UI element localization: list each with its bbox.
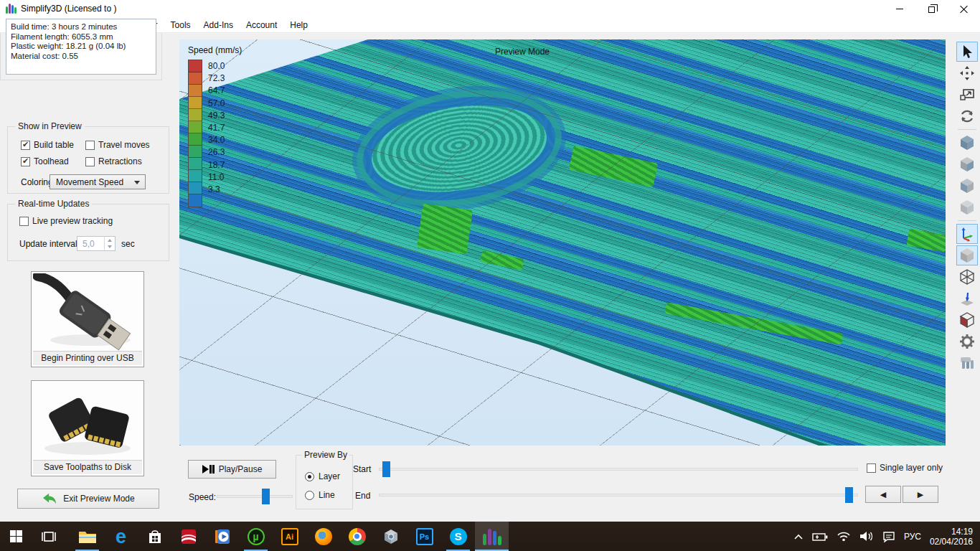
chrome-icon	[349, 528, 366, 545]
travel-moves-checkbox[interactable]	[85, 141, 95, 150]
view-cube-4-button[interactable]	[956, 197, 978, 217]
build-table-checkbox[interactable]	[21, 141, 30, 150]
taskbar-skype[interactable]: S	[441, 522, 475, 551]
checkbox-live-preview[interactable]: Live preview tracking	[19, 216, 113, 226]
taskbar-media-player[interactable]	[205, 522, 239, 551]
start-button[interactable]	[0, 522, 32, 551]
surface-normal-button[interactable]	[956, 288, 978, 309]
taskbar-firefox[interactable]	[306, 522, 340, 551]
speed-slider-handle[interactable]	[262, 489, 270, 504]
tray-chevron-up-icon[interactable]	[793, 533, 804, 540]
coloring-dropdown[interactable]: Movement Speed	[50, 174, 146, 189]
task-view-button[interactable]	[32, 522, 65, 551]
single-layer-checkbox[interactable]	[867, 463, 876, 473]
cross-section-button[interactable]	[956, 310, 978, 330]
wireframe-render-button[interactable]	[956, 267, 978, 287]
wifi-icon[interactable]	[837, 531, 851, 542]
taskbar-utorrent[interactable]: µ	[239, 522, 273, 551]
skype-icon: S	[450, 528, 467, 545]
restore-button[interactable]	[915, 0, 948, 17]
next-layer-button[interactable]: ▶	[903, 486, 938, 503]
taskbar-foxit-reader[interactable]	[171, 522, 205, 551]
stat-build-time: Build time: 3 hours 2 minutes	[11, 22, 151, 32]
preview-mode-label: Preview Mode	[495, 47, 550, 57]
battery-icon[interactable]	[812, 532, 828, 542]
layer-radio[interactable]	[305, 472, 314, 481]
taskbar-edge[interactable]: e	[104, 522, 138, 551]
solid-render-button[interactable]	[956, 245, 978, 265]
machine-settings-button[interactable]	[956, 331, 978, 352]
speed-colorbar	[188, 60, 202, 207]
end-slider-track[interactable]	[379, 494, 858, 496]
minimize-button[interactable]	[883, 0, 915, 17]
update-interval-label: Update interval	[19, 239, 77, 249]
taskbar-file-explorer[interactable]	[70, 522, 104, 551]
end-slider-handle[interactable]	[845, 487, 853, 503]
checkbox-retractions[interactable]: Retractions	[85, 156, 142, 166]
spinner-down-icon[interactable]	[105, 244, 115, 251]
taskbar-chrome[interactable]	[340, 522, 374, 551]
spinner-up-icon[interactable]	[105, 237, 115, 244]
green-toolpath-patch	[906, 228, 946, 252]
retractions-checkbox[interactable]	[85, 157, 95, 166]
speed-slider[interactable]	[217, 489, 293, 504]
exit-preview-mode-label: Exit Preview Mode	[63, 494, 134, 504]
view-cube-3-button[interactable]	[956, 176, 978, 196]
menu-help[interactable]: Help	[283, 20, 314, 30]
checkbox-toolhead[interactable]: Toolhead	[21, 156, 69, 166]
support-structures-button[interactable]	[956, 353, 978, 373]
taskbar-photoshop[interactable]: Ps	[407, 522, 441, 551]
coloring-label: Coloring	[21, 177, 53, 187]
sd-cards-image	[33, 382, 142, 461]
start-slider-handle[interactable]	[382, 461, 390, 477]
view-cube-2-button[interactable]	[956, 154, 978, 174]
language-indicator[interactable]: РУС	[904, 532, 921, 542]
exit-preview-mode-button[interactable]: Exit Preview Mode	[17, 489, 159, 509]
menu-tools[interactable]: Tools	[164, 20, 197, 30]
taskbar-clock[interactable]: 14:19 02/04/2016	[930, 527, 973, 547]
rotate-icon	[959, 108, 975, 124]
start-slider-track[interactable]	[379, 468, 858, 471]
save-toolpaths-button[interactable]: Save Toolpaths to Disk	[31, 380, 144, 476]
coordinate-axes-button[interactable]	[956, 224, 978, 244]
toolhead-checkbox[interactable]	[21, 157, 30, 166]
rotate-tool-button[interactable]	[956, 106, 978, 126]
axes-icon	[959, 226, 975, 242]
store-icon	[146, 528, 164, 545]
taskbar-illustrator[interactable]: Ai	[273, 522, 306, 551]
line-radio[interactable]	[305, 491, 314, 500]
save-toolpaths-label: Save Toolpaths to Disk	[33, 460, 142, 474]
start-layer-slider[interactable]	[379, 461, 858, 477]
taskbar-simplify3d[interactable]	[475, 522, 509, 551]
taskbar-model-viewer[interactable]	[374, 522, 407, 551]
coloring-value: Movement Speed	[56, 177, 123, 187]
update-interval-spinner[interactable]: 5,0	[77, 236, 116, 251]
update-interval-unit: sec	[121, 239, 135, 249]
volume-icon[interactable]	[859, 531, 874, 542]
single-layer-row[interactable]: Single layer only	[867, 463, 943, 473]
end-layer-slider[interactable]	[379, 487, 858, 503]
begin-printing-usb-button[interactable]: Begin Printing over USB	[31, 271, 144, 367]
view-cube-1-button[interactable]	[956, 133, 978, 153]
previous-layer-button[interactable]: ◀	[865, 486, 901, 503]
checkbox-build-table[interactable]: Build table	[21, 140, 74, 150]
previous-arrow-icon: ◀	[880, 490, 886, 499]
speed-legend: Speed (mm/s) 80.072.3 64.757.0 49.341.7 …	[188, 45, 242, 58]
windows-logo-icon	[10, 530, 22, 542]
view-toolbar	[954, 41, 980, 374]
translate-tool-button[interactable]	[956, 63, 978, 83]
preview-3d-viewport[interactable]: Preview Mode Speed (mm/s) 80.072.3 64.75…	[179, 39, 946, 446]
speed-slider-track[interactable]	[217, 495, 293, 498]
select-tool-button[interactable]	[956, 42, 978, 62]
menu-addins[interactable]: Add-Ins	[197, 20, 240, 30]
radio-line[interactable]: Line	[305, 490, 335, 500]
checkbox-travel-moves[interactable]: Travel moves	[85, 140, 150, 150]
radio-layer[interactable]: Layer	[305, 471, 340, 481]
menu-account[interactable]: Account	[240, 20, 283, 30]
action-center-icon[interactable]	[882, 531, 895, 542]
live-preview-checkbox[interactable]	[19, 217, 29, 226]
close-button[interactable]	[948, 0, 980, 17]
scale-tool-button[interactable]	[956, 85, 978, 105]
taskbar-store[interactable]	[138, 522, 171, 551]
play-pause-button[interactable]: Play/Pause	[188, 460, 276, 479]
